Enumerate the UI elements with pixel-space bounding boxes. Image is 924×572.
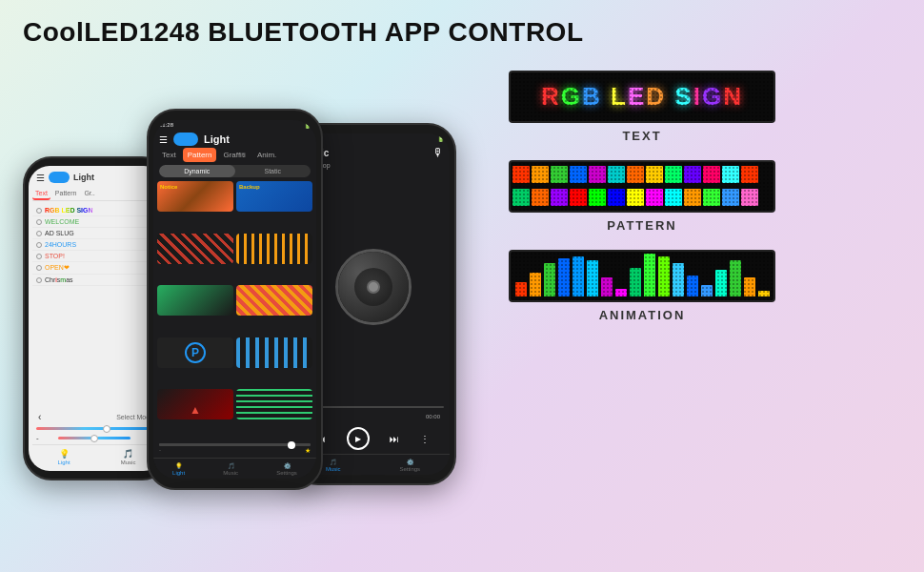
nav-settings-label: Settings [399, 466, 420, 472]
right-nav-music[interactable]: 🎵 Music [326, 459, 341, 472]
light-icon: 💡 [175, 462, 182, 469]
mid-top-bar: ☰ Light [153, 131, 316, 148]
pattern-cell-2[interactable] [236, 181, 312, 212]
svg-rect-0 [512, 166, 530, 183]
anim-bar [673, 263, 684, 296]
left-toggle[interactable] [49, 172, 70, 183]
dynamic-btn[interactable]: Dynamic [159, 165, 235, 177]
pattern-cell-4[interactable] [236, 234, 312, 264]
list-item[interactable]: AD SLUG [32, 228, 161, 239]
mid-nav-light[interactable]: 💡 Light [172, 462, 185, 476]
slider-knob[interactable] [103, 425, 110, 433]
nav-light[interactable]: 💡 Light [58, 449, 70, 465]
anim-bar [658, 256, 670, 296]
more-button[interactable]: ⋮ [420, 434, 430, 444]
anim-bar [758, 291, 770, 296]
list-item[interactable]: STOP! [32, 251, 161, 262]
light-icon: 💡 [59, 449, 70, 459]
settings-icon: ⚙️ [284, 462, 291, 469]
chevron-left-icon[interactable]: ‹ [38, 412, 41, 422]
mid-nav-music[interactable]: 🎵 Music [223, 462, 238, 476]
slider-bar[interactable] [36, 427, 157, 430]
tab-animation[interactable]: Anim. [252, 148, 281, 162]
mid-toggle[interactable] [173, 133, 198, 146]
left-top-bar: ☰ Light [32, 170, 161, 185]
anim-bar [515, 282, 527, 296]
nav-music-label: Music [223, 470, 238, 476]
hamburger-icon[interactable]: ☰ [36, 173, 45, 183]
pattern-cell-6[interactable] [236, 285, 312, 316]
anim-bar-group [510, 252, 775, 300]
mid-tabs: Text Pattern Graffiti Anim. [153, 148, 316, 162]
svg-rect-24 [722, 189, 739, 206]
list-item[interactable]: WELCOME [32, 216, 161, 228]
mid-nav-settings[interactable]: ⚙️ Settings [276, 462, 297, 476]
mid-hamburger-icon[interactable]: ☰ [159, 134, 168, 145]
left-tabs: Text Pattern Gr.. [32, 188, 161, 201]
left-app-title: Light [73, 173, 94, 182]
tab-text[interactable]: Text [157, 148, 181, 162]
pattern-cell-5[interactable] [157, 285, 233, 316]
anim-bar [630, 268, 641, 296]
list-item[interactable]: OPEN❤ [32, 262, 161, 275]
anim-bar [558, 258, 570, 296]
nav-light-label: Light [58, 460, 70, 465]
svg-rect-4 [589, 166, 606, 183]
tab-pattern[interactable]: Pattern [183, 148, 217, 162]
tab-pattern[interactable]: Pattern [52, 188, 80, 200]
music-disc [335, 249, 412, 325]
anim-bar [615, 289, 627, 296]
pattern-cell-7[interactable] [157, 337, 233, 368]
time-total: 00:00 [426, 414, 440, 419]
radio-circle [36, 242, 42, 248]
svg-rect-22 [684, 189, 701, 206]
nav-settings-label: Settings [276, 470, 297, 476]
pattern-cell-9[interactable] [157, 389, 233, 419]
next-button[interactable]: ⏭ [390, 434, 399, 444]
tab-graffiti[interactable]: Graffiti [218, 148, 250, 162]
phone-middle: 11:28 🔋 ☰ Light Text Pattern Graffiti [147, 109, 323, 490]
tab-gr[interactable]: Gr.. [81, 188, 97, 200]
tab-text[interactable]: Text [32, 188, 50, 200]
radio-circle [36, 208, 42, 214]
nav-music-label: Music [121, 460, 136, 465]
anim-bar [530, 273, 541, 296]
svg-rect-11 [722, 166, 739, 183]
pattern-cell-10[interactable] [236, 389, 312, 419]
item-text: STOP! [45, 253, 65, 259]
right-progress-bar[interactable] [302, 406, 444, 408]
static-btn[interactable]: Static [235, 165, 311, 177]
list-item[interactable]: RGB LED SIGN [32, 205, 161, 216]
svg-rect-16 [570, 189, 587, 206]
settings-icon: ⚙️ [407, 459, 413, 465]
radio-circle [36, 231, 42, 236]
play-button[interactable]: ▶ [347, 427, 370, 450]
mid-battery: 🔋 [304, 122, 311, 129]
display-label-animation: ANIMATION [599, 308, 686, 322]
pattern-cell-8[interactable] [236, 337, 312, 368]
led-pattern-display [509, 160, 775, 213]
svg-rect-8 [665, 166, 682, 183]
svg-rect-1 [532, 166, 549, 183]
radio-circle [36, 254, 42, 259]
item-text: Chrismas [45, 276, 73, 283]
page: CoolLED1248 BLUETOOTH APP CONTROL ☰ Ligh… [0, 0, 924, 572]
item-text: AD SLUG [45, 230, 74, 236]
display-group-text: RGB LED SIGN TEXT [509, 71, 775, 143]
list-item[interactable]: 24HOURS [32, 239, 161, 251]
led-animation-display [509, 250, 775, 302]
item-text: 24HOURS [45, 241, 76, 248]
mic-icon[interactable]: 🎙 [432, 146, 444, 159]
svg-rect-5 [608, 166, 625, 183]
svg-rect-15 [551, 189, 568, 206]
pattern-cell-1[interactable] [157, 181, 233, 212]
pattern-cell-3[interactable] [157, 234, 233, 264]
mid-bottom-nav: 💡 Light 🎵 Music ⚙️ Settings [153, 458, 316, 479]
list-item[interactable]: Chrismas [32, 275, 161, 286]
svg-rect-25 [741, 189, 758, 206]
nav-music[interactable]: 🎵 Music [121, 449, 136, 465]
right-nav-settings[interactable]: ⚙️ Settings [399, 459, 420, 472]
pattern-svg [511, 162, 773, 211]
svg-rect-9 [684, 166, 701, 183]
svg-rect-2 [551, 166, 568, 183]
